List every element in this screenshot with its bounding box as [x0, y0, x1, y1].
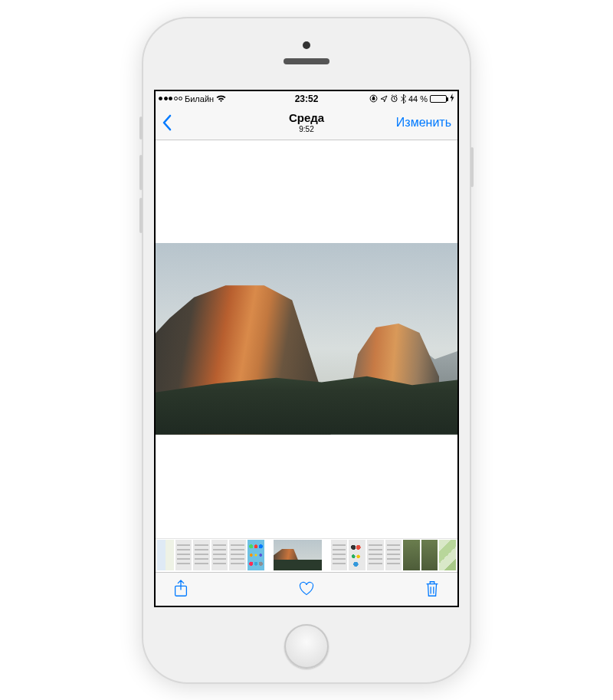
thumbnail[interactable]: [157, 540, 174, 570]
battery-icon: [430, 95, 447, 103]
share-button[interactable]: [169, 577, 192, 600]
screen: Билайн 23:52 44 %: [154, 90, 459, 607]
photo-viewer[interactable]: [156, 140, 457, 538]
status-bar: Билайн 23:52 44 %: [156, 91, 457, 107]
phone-speaker: [284, 58, 329, 64]
battery-percent-label: 44 %: [408, 94, 428, 104]
photo-main: [156, 243, 457, 434]
thumbnail[interactable]: [211, 540, 228, 570]
trash-icon: [424, 580, 441, 598]
share-icon: [172, 580, 189, 598]
orientation-lock-icon: [369, 94, 378, 103]
thumbnail-strip[interactable]: [156, 538, 457, 572]
wifi-icon: [216, 95, 226, 103]
edit-button[interactable]: Изменить: [396, 116, 451, 130]
status-left: Билайн: [159, 94, 306, 104]
bluetooth-icon: [401, 94, 406, 104]
thumbnail[interactable]: [229, 540, 246, 570]
power-button: [470, 147, 474, 187]
thumbnail[interactable]: [349, 540, 366, 570]
nav-bar: Среда 9:52 Изменить: [156, 107, 457, 140]
thumbnail[interactable]: [385, 540, 402, 570]
phone-frame: Билайн 23:52 44 %: [142, 17, 471, 684]
thumbnail[interactable]: [403, 540, 420, 570]
back-button[interactable]: [162, 114, 172, 131]
delete-button[interactable]: [421, 577, 444, 600]
home-button[interactable]: [284, 624, 329, 669]
mute-switch: [139, 117, 143, 140]
carrier-label: Билайн: [185, 94, 214, 104]
thumbnail[interactable]: [367, 540, 384, 570]
volume-up-button: [139, 155, 143, 190]
thumbnail-selected[interactable]: [274, 540, 322, 570]
thumbnail[interactable]: [331, 540, 348, 570]
location-icon: [380, 95, 388, 103]
signal-strength-icon: [159, 97, 182, 100]
phone-camera: [303, 41, 310, 49]
thumbnail[interactable]: [193, 540, 210, 570]
volume-down-button: [139, 198, 143, 233]
thumbnail[interactable]: [247, 540, 264, 570]
heart-icon: [298, 580, 315, 598]
charging-icon: [450, 94, 454, 104]
thumbnail[interactable]: [439, 540, 456, 570]
thumbnail[interactable]: [175, 540, 192, 570]
status-right: 44 %: [306, 94, 454, 104]
favorite-button[interactable]: [295, 577, 318, 600]
thumbnail[interactable]: [421, 540, 438, 570]
toolbar: [156, 572, 457, 606]
alarm-icon: [390, 94, 398, 103]
